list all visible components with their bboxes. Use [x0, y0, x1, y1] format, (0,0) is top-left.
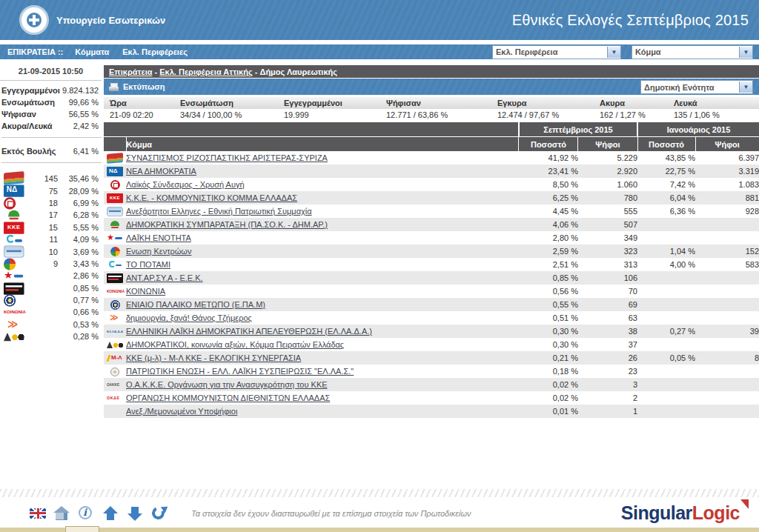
party-link[interactable]: ΕΝΙΑΙΟ ΠΑΛΑΙΚΟ ΜΕΤΩΠΟ (Ε.ΠΑ.Μ)	[126, 300, 265, 309]
outside-parliament-row: Εκτός Βουλής 6,41 %	[1, 145, 99, 157]
column-header-row: Κόμμα Ποσοστό Ψήφοι Ποσοστό Ψήφοι	[104, 137, 759, 152]
party-link[interactable]: Κ.Κ.Ε. - ΚΟΜΜΟΥΝΙΣΤΙΚΟ ΚΟΜΜΑ ΕΛΛΑΔΑΣ	[126, 193, 297, 202]
nav-link[interactable]: Εκλ. Περιφέρειες	[122, 47, 188, 56]
home-icon[interactable]	[53, 505, 72, 522]
anel-logo-icon	[4, 246, 24, 258]
summary-value-cell: 19.999	[278, 110, 380, 119]
sep-votes-cell: 2	[578, 391, 637, 405]
jan-votes-cell	[695, 378, 759, 391]
party-row: ΛΑΪΚΗ ΕΝΟΤΗΤΑ2,80 %349	[104, 231, 759, 245]
nav-scope-label: ΕΠΙΚΡΑΤΕΙΑ ::	[7, 47, 63, 56]
sidebar-party-row: 103,69 %	[0, 245, 102, 257]
party-percentage: 2,86 %	[58, 271, 102, 280]
sep-votes-cell: 106	[578, 271, 637, 285]
party-percentage: 35,46 %	[58, 174, 102, 183]
singularlogic-logo[interactable]: SingularLogic	[621, 502, 749, 524]
summary-header-cell: Λευκά	[668, 99, 759, 107]
jan-votes-cell	[695, 391, 759, 405]
party-link[interactable]: ΠΑΤΡΙΩΤΙΚΗ ΕΝΩΣΗ - ΕΛΛ. ΛΑΪΚΗ ΣΥΣΠΕΙΡΩΣΙ…	[126, 367, 354, 376]
party-seats: 75	[33, 187, 58, 196]
sidebar-party-row: 176,28 %	[0, 209, 102, 221]
jan-pct-cell	[637, 218, 695, 231]
divider	[1, 137, 102, 138]
party-link[interactable]: ΚΚΕ (μ-λ) - Μ-Λ ΚΚΕ - ΕΚΛΟΓΙΚΗ ΣΥΝΕΡΓΑΣΙ…	[126, 353, 301, 362]
party-link[interactable]: ΔΗΜΟΚΡΑΤΙΚΗ ΣΥΜΠΑΡΑΤΑΞΗ (ΠΑ.ΣΟ.Κ. - ΔΗΜ.…	[126, 220, 328, 229]
party-percentage: 0,66 %	[58, 307, 102, 316]
disclaimer-text: Τα στοιχεία δεν έχουν διασταυρωθεί με τα…	[191, 509, 471, 518]
print-toolbar: Εκτύπωση Δημοτική Ενότητα ▼	[104, 79, 759, 95]
party-seats: 145	[33, 174, 58, 183]
party-seats: 17	[33, 210, 58, 219]
summary-value-cell: 12.771 / 63,86 %	[380, 110, 491, 119]
sep-votes-cell: 3	[578, 378, 637, 391]
party-link[interactable]: Ενωση Κεντρώων	[126, 247, 191, 256]
jan-pct-cell: 1,04 %	[637, 245, 695, 258]
jan-pct-cell	[637, 405, 695, 418]
party-link[interactable]: ΑΝΤ.ΑΡ.ΣΥ.Α - Ε.Ε.Κ.	[126, 273, 203, 282]
jan-votes-cell: 1.083	[695, 178, 759, 191]
nav-link[interactable]: Κόμματα	[75, 47, 109, 56]
patriotiki-enosi-logo-icon	[110, 368, 119, 376]
breadcrumb-item[interactable]: Εκλ. Περιφέρεια Αττικής	[159, 67, 252, 76]
sep-votes-cell: 1	[578, 405, 637, 418]
sep-votes-cell: 349	[578, 231, 637, 245]
chevron-down-icon[interactable]: ▼	[739, 82, 752, 93]
scroll-down-icon[interactable]	[126, 505, 145, 522]
party-row: ΔΗΜΟΚΡΑΤΙΚΟΙ, κοινωνία αξιών, Κόμμα Πειρ…	[104, 338, 759, 351]
scroll-up-icon[interactable]	[102, 505, 121, 522]
antarsya-logo-icon	[107, 273, 123, 283]
party-link[interactable]: Λαϊκός Σύνδεσμος - Χρυσή Αυγή	[126, 180, 245, 189]
nd-logo-icon	[4, 185, 24, 197]
summary-value-cell: 21-09 02:20	[104, 110, 174, 119]
party-percentage: 0,53 %	[58, 320, 102, 329]
dim-symparataxi-logo-icon	[107, 220, 123, 230]
summary-header-cell: Εγγεγραμμένοι	[278, 99, 380, 107]
uk-flag-icon[interactable]	[30, 505, 47, 522]
jan-votes-cell: 3.319	[695, 164, 759, 178]
party-link[interactable]: ΣΥΝΑΣΠΙΣΜΟΣ ΡΙΖΟΣΠΑΣΤΙΚΗΣ ΑΡΙΣΤΕΡΑΣ-ΣΥΡΙ…	[126, 153, 328, 162]
main-content: Επικράτεια - Εκλ. Περιφέρεια Αττικής - Δ…	[104, 65, 759, 418]
party-link[interactable]: Ανεξ./Μεμονωμένοι Υποψήφιοι	[126, 407, 237, 416]
party-link[interactable]: Ο.Α.Κ.Κ.Ε. Οργάνωση για την Ανασυγκρότησ…	[126, 380, 328, 389]
jan-pct-cell	[637, 285, 695, 298]
party-link[interactable]: Ανεξάρτητοι Ελληνες - Εθνική Πατριωτική …	[126, 207, 312, 216]
party-percentage: 5,55 %	[58, 223, 102, 232]
dimiourgia-xana-logo-icon	[107, 313, 123, 323]
epam-logo-icon	[4, 294, 16, 306]
jan-pct-cell: 4,00 %	[637, 258, 695, 271]
stat-row: Ψήφισαν56,55 %	[1, 108, 99, 120]
party-link[interactable]: ΔΗΜΟΚΡΑΤΙΚΟΙ, κοινωνία αξιών, Κόμμα Πειρ…	[126, 340, 344, 349]
jan-votes-cell: 8	[695, 351, 759, 365]
breadcrumb-separator: -	[253, 67, 260, 76]
sep-votes-cell: 507	[578, 218, 637, 231]
party-link[interactable]: ΚΟΙΝΩΝΙΑ	[126, 287, 165, 296]
jan-votes-cell: 583	[695, 258, 759, 271]
stat-label: Ακυρα/Λευκά	[1, 120, 53, 132]
party-row: Λαϊκός Σύνδεσμος - Χρυσή Αυγή8,50 %1.060…	[104, 178, 759, 191]
party-link[interactable]: ΟΡΓΑΝΩΣΗ ΚΟΜΜΟΥΝΙΣΤΩΝ ΔΙΕΘΝΙΣΤΩΝ ΕΛΛΑΔΑΣ	[126, 393, 330, 402]
party-link[interactable]: ΛΑΪΚΗ ΕΝΟΤΗΤΑ	[126, 233, 191, 242]
party-link[interactable]: δημιουργία, ξανά! Θάνος Τζήμερος	[126, 313, 252, 322]
region-dropdown[interactable]: Εκλ. Περιφέρεια ▼	[492, 45, 621, 59]
results-table: Σεπτέμβριος 2015 Ιανουάριος 2015 Κόμμα Π…	[104, 122, 759, 418]
chevron-down-icon[interactable]: ▼	[607, 47, 620, 58]
party-link[interactable]: ΤΟ ΠΟΤΑΜΙ	[126, 260, 170, 269]
party-percentage: 6,99 %	[58, 199, 102, 207]
jan-pct-cell: 6,04 %	[637, 191, 695, 205]
sep-pct-cell: 0,18 %	[519, 365, 578, 378]
jan-pct-cell	[637, 378, 695, 391]
party-link[interactable]: ΕΛΛΗΝΙΚΗ ΛΑΪΚΗ ΔΗΜΟΚΡΑΤΙΚΗ ΑΠΕΛΕΥΘΕΡΩΣΗ …	[126, 327, 372, 336]
refresh-icon[interactable]	[150, 505, 170, 522]
laiki-enotita-logo-icon	[107, 233, 123, 243]
logo-text-singular: Singular	[621, 502, 692, 523]
municipal-unit-dropdown[interactable]: Δημοτική Ενότητα ▼	[640, 80, 753, 94]
sep-pct-cell: 2,59 %	[519, 245, 578, 258]
group-header-january: Ιανουάριος 2015	[637, 122, 759, 137]
party-link[interactable]: ΝΕΑ ΔΗΜΟΚΡΑΤΙΑ	[126, 167, 196, 176]
chevron-down-icon[interactable]: ▼	[739, 47, 752, 58]
print-button[interactable]: Εκτύπωση	[109, 82, 165, 91]
breadcrumb-item[interactable]: Επικράτεια	[109, 67, 152, 76]
info-icon[interactable]	[77, 505, 96, 522]
jan-pct-column-header: Ποσοστό	[637, 137, 695, 152]
party-dropdown[interactable]: Κόμμα ▼	[632, 45, 753, 59]
